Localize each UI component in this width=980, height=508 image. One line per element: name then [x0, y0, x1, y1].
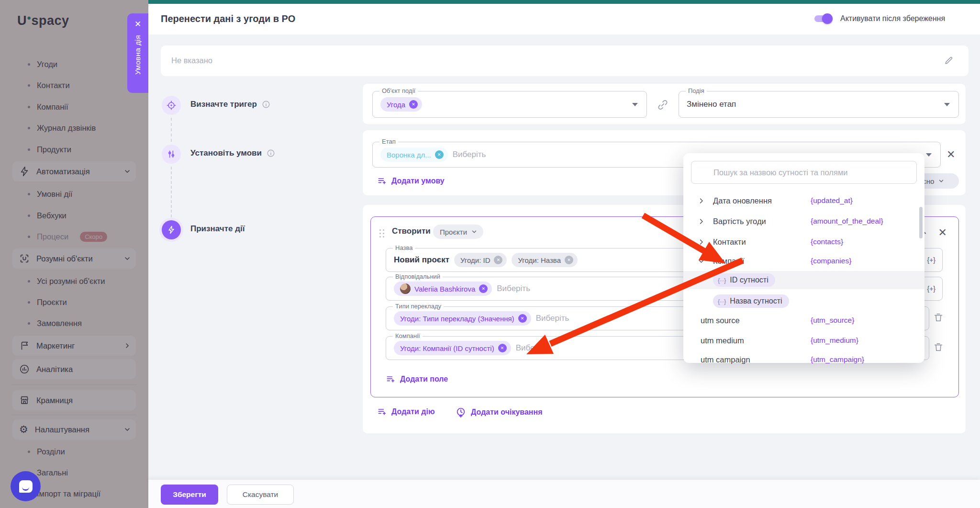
chat-icon [19, 480, 33, 493]
picker-row-utm-campaign[interactable]: utm campaign {utm_campaign} [683, 350, 924, 369]
event-label: Подія [686, 87, 707, 94]
avatar [400, 283, 411, 294]
picker-row-updated-at[interactable]: Дата оновлення {updated_at} [683, 192, 924, 210]
picker-subrow-entity-id[interactable]: {··}ID сутності [683, 271, 924, 289]
template-token[interactable]: {utm_source} [811, 316, 854, 325]
close-icon[interactable]: ✕ [134, 19, 141, 29]
add-condition-link[interactable]: Додати умову [377, 176, 445, 186]
event-object-select[interactable]: Об'єкт події Угода✕ [372, 91, 647, 118]
save-button[interactable]: Зберегти [161, 485, 218, 505]
chevron-right-icon[interactable] [698, 197, 705, 204]
remove-condition-icon[interactable]: ✕ [947, 149, 955, 160]
step-connector [171, 167, 172, 217]
dropdown-caret-icon[interactable] [944, 103, 950, 106]
event-select[interactable]: Подія Змінено етап [679, 91, 959, 118]
template-token[interactable]: {companies} [811, 257, 851, 265]
token-chip[interactable]: Угоди: Назва✕ [512, 253, 578, 267]
step2-label: Установіть умови [190, 148, 275, 158]
add-list-icon [386, 374, 395, 384]
picker-row-utm-source[interactable]: utm source {utm_source} [683, 311, 924, 329]
link-chain-icon [657, 99, 669, 111]
remove-chip-icon[interactable]: ✕ [479, 284, 488, 293]
delete-field-icon[interactable] [933, 312, 944, 323]
delete-field-icon[interactable] [933, 342, 944, 352]
chevron-down-icon [938, 178, 945, 184]
user-chip[interactable]: Valeriia Bashkirova✕ [394, 282, 492, 296]
picker-subrow-entity-name[interactable]: {··}Назва сутності [683, 292, 924, 310]
action-title: Створити [392, 226, 431, 236]
chevron-right-icon[interactable] [698, 238, 705, 246]
remove-chip-icon[interactable]: ✕ [498, 344, 507, 352]
chevron-down-icon [471, 228, 478, 235]
automation-name-placeholder: Не вказано [171, 56, 212, 65]
add-wait-link[interactable]: Додати очікування [456, 407, 543, 418]
activate-toggle[interactable]: Активувати після збереження [813, 12, 945, 25]
drawer-tab-label: Умовна дія [134, 35, 142, 75]
deal-chip[interactable]: Угода✕ [380, 97, 422, 112]
token-chip[interactable]: Угоди: Типи перекладу (Значення)✕ [394, 311, 531, 326]
remove-chip-icon[interactable]: ✕ [409, 100, 418, 109]
picker-row-companies[interactable]: Компанії {companies} [683, 252, 924, 270]
add-action-link[interactable]: Додати дію [377, 407, 435, 417]
automation-name-card[interactable]: Не вказано [161, 45, 969, 76]
token-chip[interactable]: Угоди: Компанії (ID сутності)✕ [394, 341, 511, 355]
toggle-label: Активувати після збереження [840, 14, 945, 23]
field-picker-dropdown: Дата оновлення {updated_at} Вартість уго… [683, 153, 924, 363]
page-title: Перенести дані з угоди в РО [161, 13, 295, 24]
picker-row-contacts[interactable]: Контакти {contacts} [683, 233, 924, 251]
drag-handle-icon[interactable] [379, 229, 385, 237]
remove-chip-icon[interactable]: ✕ [494, 256, 502, 264]
step1-trigger-icon [162, 96, 181, 115]
scrollbar-thumb[interactable] [919, 207, 923, 238]
edit-pencil-icon[interactable] [944, 55, 954, 66]
add-list-icon [377, 407, 387, 417]
dropdown-caret-icon[interactable] [926, 153, 932, 157]
chevron-right-icon[interactable] [698, 218, 705, 225]
step3-label: Призначте дії [190, 224, 245, 234]
chevron-down-icon[interactable] [698, 258, 705, 265]
template-token[interactable]: {utm_campaign} [811, 355, 864, 364]
remove-chip-icon[interactable]: ✕ [565, 256, 573, 264]
remove-chip-icon[interactable]: ✕ [518, 314, 527, 323]
stage-label: Етап [379, 138, 398, 145]
drawer-tab-conditional-action[interactable]: ✕ Умовна дія [127, 13, 148, 93]
token-chip[interactable]: Угоди: ID✕ [454, 253, 507, 267]
event-object-label: Об'єкт події [379, 87, 418, 94]
step3-actions-icon [162, 220, 181, 239]
info-icon[interactable] [262, 100, 270, 109]
info-icon[interactable] [267, 149, 275, 158]
sidebar-dim-overlay [0, 0, 148, 508]
step1-label: Визначте тригер [190, 100, 270, 109]
template-token[interactable]: {updated_at} [811, 196, 853, 205]
sidebar: U●spacy Угоди Контакти Компанії Журнал д… [0, 0, 148, 508]
clock-plus-icon [456, 407, 466, 418]
entity-search-input[interactable] [691, 161, 917, 184]
insert-token-button[interactable]: {+} [927, 285, 935, 293]
picker-row-amount[interactable]: Вартість угоди {amount_of_the_deal} [683, 212, 924, 230]
remove-chip-icon[interactable]: ✕ [435, 150, 444, 159]
toggle-switch-on[interactable] [813, 12, 833, 25]
template-token[interactable]: {utm_medium} [811, 336, 858, 345]
template-token[interactable]: {contacts} [811, 237, 843, 246]
picker-row-utm-medium[interactable]: utm medium {utm_medium} [683, 331, 924, 350]
step2-conditions-icon [162, 145, 181, 164]
insert-token-button[interactable]: {+} [927, 256, 935, 264]
template-token[interactable]: {amount_of_the_deal} [811, 217, 883, 226]
dropdown-caret-icon[interactable] [632, 103, 638, 106]
field-name-value: Новий проєкт [394, 255, 449, 265]
field-token-icon: {··} [718, 298, 726, 305]
step-connector [171, 118, 172, 142]
add-field-link[interactable]: Додати поле [386, 374, 448, 384]
chat-widget-button[interactable] [11, 471, 41, 501]
remove-action-icon[interactable]: ✕ [938, 226, 947, 239]
funnel-chip[interactable]: Воронка дл...✕ [380, 147, 448, 162]
select-placeholder: Виберіть [453, 150, 486, 159]
entity-select-chip[interactable]: Проєкти [433, 225, 483, 239]
cancel-button[interactable]: Скасувати [227, 485, 294, 505]
field-token-icon: {··} [718, 277, 726, 284]
add-list-icon [377, 176, 387, 186]
